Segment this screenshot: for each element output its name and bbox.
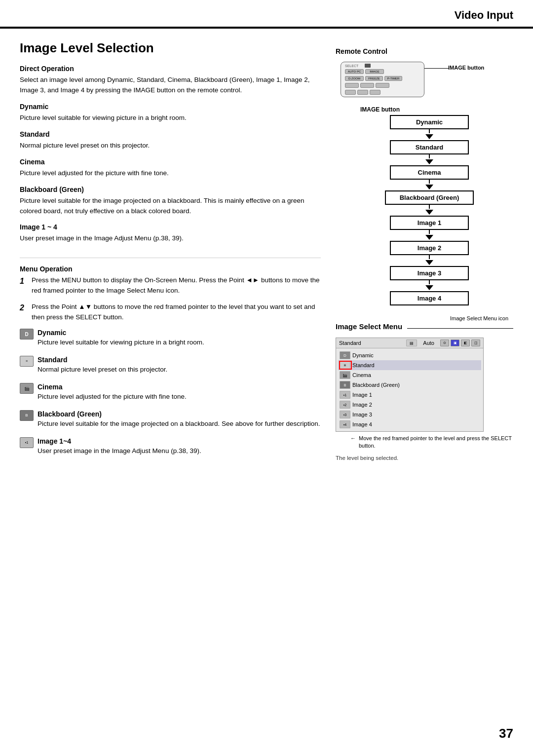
menu-operation-section: Menu Operation 1 Press the MENU button t…	[20, 265, 321, 323]
flow-arrow-5	[425, 235, 433, 240]
direct-operation-text: Select an image level among Dynamic, Sta…	[20, 75, 321, 96]
remote-autopc-btn: AUTO PC	[345, 69, 364, 74]
menu-row-icon-dynamic: D	[340, 351, 350, 359]
image-select-menu-heading-row: Image Select Menu	[336, 322, 513, 335]
right-column: Remote Control SELECT AUTO PC IMAGE D.ZO…	[336, 40, 513, 462]
menu-row-dynamic: D Dynamic	[338, 350, 481, 360]
remote-control-heading: Remote Control	[336, 47, 513, 55]
standard-icon: ≡	[20, 356, 34, 367]
image1-4-heading: Image 1 ~ 4	[20, 223, 321, 231]
menu-top-icon-4: ◫	[471, 340, 480, 346]
image-select-menu-heading: Image Select Menu	[336, 322, 402, 331]
menu-row-image3: ▪3 Image 3	[338, 410, 481, 419]
dynamic-heading: Dynamic	[20, 103, 321, 111]
icon-blackboard-item: B Blackboard (Green) Picture level suita…	[20, 410, 321, 432]
remote-ptimer-btn: P-TIMER	[384, 76, 402, 81]
flow-line-1	[429, 129, 430, 133]
image-button-flow-label: IMAGE button	[360, 106, 513, 113]
remote-select-label: SELECT	[345, 64, 358, 68]
remote-row3	[345, 83, 389, 88]
menu-row-label-image1: Image 1	[352, 392, 372, 398]
menu-row-label-dynamic: Dynamic	[352, 352, 374, 358]
cinema-icon: 🎬	[20, 383, 34, 394]
remote-image-button-label: IMAGE button	[448, 65, 484, 71]
page-title: Video Input	[20, 9, 513, 22]
direct-operation-heading: Direct Operation	[20, 65, 321, 73]
step-2-text: Press the Point ▲▼ buttons to move the r…	[32, 302, 321, 323]
icon-dynamic-item: D Dynamic Picture level suitable for vie…	[20, 329, 321, 351]
bottom-note: The level being selected.	[336, 455, 513, 461]
menu-top-bar: Standard ▤ Auto ⊙ ▣ ◧ ◫	[336, 338, 483, 348]
icon-image1-heading: Image 1~4	[38, 437, 71, 445]
menu-row-label-image2: Image 2	[352, 402, 372, 408]
flow-chart: Dynamic Standard Cinema Blackboard (Gree…	[345, 115, 513, 305]
remote-btn-d	[345, 90, 356, 95]
menu-row-standard: ≡ Standard	[338, 360, 481, 370]
remote-row4	[345, 90, 381, 95]
menu-row-label-blackboard: Blackboard (Green)	[352, 382, 400, 388]
page-number: 37	[499, 726, 513, 741]
blackboard-heading: Blackboard (Green)	[20, 186, 321, 193]
step-1-text: Press the MENU button to display the On-…	[32, 275, 321, 296]
menu-bar-standard-text: Standard	[339, 340, 402, 346]
menu-row-icon-blackboard: B	[340, 381, 350, 389]
flow-box-image4: Image 4	[390, 291, 469, 305]
flow-arrow-7	[425, 285, 433, 290]
cinema-heading: Cinema	[20, 158, 321, 166]
cinema-text: Picture level adjusted for the picture w…	[20, 168, 321, 179]
menu-bar-icon1: ▤	[406, 340, 417, 346]
callout-note: ← Move the red framed pointer to the lev…	[336, 435, 513, 450]
remote-drawing: SELECT AUTO PC IMAGE D.ZOOM FREEZE P-TIM…	[336, 58, 484, 102]
menu-operation-list: 1 Press the MENU button to display the O…	[20, 275, 321, 323]
remote-control-section: Remote Control SELECT AUTO PC IMAGE D.ZO…	[336, 47, 513, 305]
flow-line-4	[429, 205, 430, 209]
flow-line-3	[429, 180, 430, 184]
icon-standard-heading: Standard	[38, 356, 68, 364]
flow-box-image2: Image 2	[390, 241, 469, 255]
menu-top-icon-1: ⊙	[440, 340, 449, 346]
flow-box-image3: Image 3	[390, 266, 469, 280]
menu-step-2: 2 Press the Point ▲▼ buttons to move the…	[20, 302, 321, 323]
flow-box-image1: Image 1	[390, 216, 469, 230]
callout-text: Move the red framed pointer to the level…	[359, 435, 513, 450]
icon-image1-text: User preset image in the Image Adjust Me…	[38, 446, 201, 456]
direct-operation-section: Direct Operation Select an image level a…	[20, 65, 321, 96]
icon-dynamic-text: Picture level suitable for viewing pictu…	[38, 338, 204, 348]
dynamic-text: Picture level suitable for viewing pictu…	[20, 113, 321, 123]
blackboard-section: Blackboard (Green) Picture level suitabl…	[20, 186, 321, 217]
page-header: Video Input	[0, 0, 533, 28]
step-1-num: 1	[20, 275, 28, 296]
icon-image1-item: ▪1 Image 1~4 User preset image in the Im…	[20, 437, 321, 459]
heading-line	[407, 328, 513, 329]
menu-row-icon-image4: ▪4	[340, 420, 350, 428]
icon-blackboard-heading: Blackboard (Green)	[38, 410, 102, 418]
remote-btn-c	[376, 83, 389, 88]
menu-row-cinema: 🎬 Cinema	[338, 370, 481, 380]
flow-line-6	[429, 255, 430, 259]
menu-operation-heading: Menu Operation	[20, 265, 321, 273]
menu-row-label-image4: Image 4	[352, 421, 372, 427]
remote-dzoom-btn: D.ZOOM	[345, 76, 364, 81]
menu-top-icon-3: ◧	[461, 340, 470, 346]
menu-top-icons: ⊙ ▣ ◧ ◫	[440, 340, 480, 346]
icon-standard-item: ≡ Standard Normal picture level preset o…	[20, 356, 321, 378]
flow-arrow-4	[425, 210, 433, 215]
menu-row-icon-image2: ▪2	[340, 401, 350, 409]
menu-row-blackboard: B Blackboard (Green)	[338, 380, 481, 390]
remote-btn-e	[357, 90, 368, 95]
dynamic-section: Dynamic Picture level suitable for viewi…	[20, 103, 321, 123]
remote-image-btn: IMAGE	[365, 69, 384, 74]
menu-row-icon-standard: ≡	[340, 361, 350, 369]
menu-row-image1: ▪1 Image 1	[338, 390, 481, 400]
flow-box-cinema: Cinema	[390, 165, 469, 180]
icon-cinema-heading: Cinema	[38, 383, 63, 391]
menu-bar-auto-text: Auto	[423, 340, 434, 346]
blackboard-text: Picture level suitable for the image pro…	[20, 196, 321, 217]
step-2-num: 2	[20, 302, 28, 323]
menu-screenshot: Standard ▤ Auto ⊙ ▣ ◧ ◫ D Dynamic	[336, 338, 484, 432]
cinema-section: Cinema Picture level adjusted for the pi…	[20, 158, 321, 179]
menu-step-1: 1 Press the MENU button to display the O…	[20, 275, 321, 296]
flow-box-dynamic: Dynamic	[390, 115, 469, 129]
blackboard-icon: B	[20, 410, 34, 421]
flow-arrow-2	[425, 159, 433, 164]
